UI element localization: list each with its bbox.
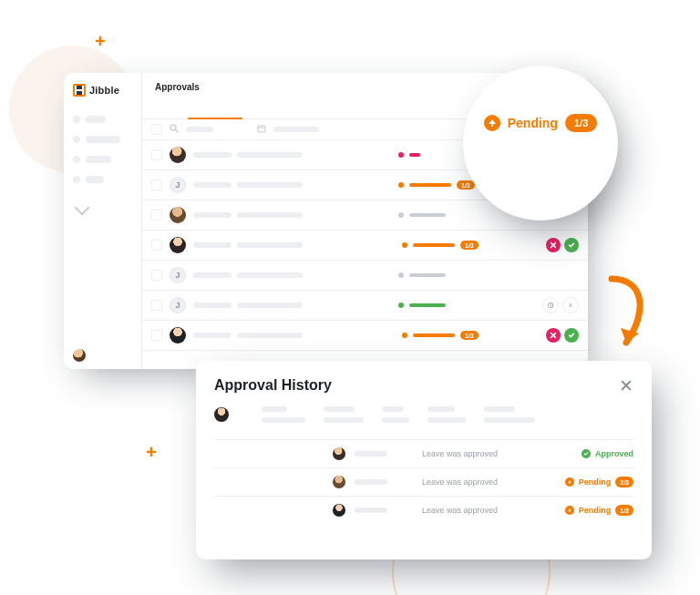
calendar-icon[interactable] <box>257 124 266 135</box>
plus-decor: + <box>95 31 106 52</box>
sidebar-item[interactable] <box>73 169 132 190</box>
history-status: Approved <box>582 449 633 458</box>
approval-row[interactable]: 1/3 <box>142 231 588 261</box>
row-status <box>398 303 535 308</box>
reject-button[interactable] <box>546 328 561 343</box>
row-text-placeholder <box>193 212 391 218</box>
select-all-checkbox[interactable] <box>151 124 162 135</box>
plus-decor: + <box>146 442 157 463</box>
status-count-badge: 1/3 <box>457 180 475 190</box>
approval-row[interactable]: 1/3 <box>142 321 588 351</box>
approval-row[interactable]: J <box>142 261 588 291</box>
status-count-badge: 1/3 <box>615 505 633 516</box>
search-icon[interactable] <box>170 124 179 135</box>
sidebar-item[interactable] <box>73 149 132 169</box>
history-button[interactable] <box>542 297 559 313</box>
row-checkbox[interactable] <box>151 149 162 160</box>
approval-history-modal: Approval History Leave was approvedAppro… <box>196 361 652 559</box>
date-placeholder <box>273 127 319 132</box>
row-text-placeholder <box>193 152 391 158</box>
status-count-badge: 1/3 <box>460 331 479 340</box>
name-placeholder <box>355 451 387 457</box>
row-text-placeholder <box>193 242 395 248</box>
row-checkbox[interactable] <box>151 240 162 251</box>
history-message: Leave was approved <box>422 477 513 487</box>
row-text-placeholder <box>193 272 391 278</box>
svg-rect-2 <box>258 126 265 132</box>
filter-placeholder <box>186 127 213 132</box>
row-checkbox[interactable] <box>151 300 162 311</box>
arrow-up-icon <box>484 115 500 131</box>
history-status: Pending1/3 <box>565 505 633 516</box>
history-row: Leave was approvedPending2/3 <box>214 467 633 496</box>
history-message: Leave was approved <box>422 449 513 458</box>
avatar <box>170 237 186 253</box>
pending-count-badge: 1/3 <box>565 114 597 132</box>
history-message: Leave was approved <box>422 506 513 515</box>
brand-logo-icon <box>73 84 86 97</box>
status-count-badge: 1/3 <box>460 241 479 250</box>
avatar: J <box>170 297 186 313</box>
row-status: 1/3 <box>402 331 539 340</box>
pending-label: Pending <box>508 116 558 130</box>
row-status: 1/3 <box>402 241 539 250</box>
approve-button[interactable] <box>564 328 579 343</box>
arrow-up-icon <box>565 477 574 487</box>
status-label: Approved <box>595 449 633 458</box>
pending-callout: Pending 1/3 <box>463 66 618 221</box>
status-label: Pending <box>579 477 612 487</box>
history-list: Leave was approvedApprovedLeave was appr… <box>214 439 633 550</box>
row-checkbox[interactable] <box>151 330 162 341</box>
row-text-placeholder <box>193 333 395 338</box>
avatar <box>170 327 186 344</box>
modal-title: Approval History <box>214 377 332 394</box>
name-placeholder <box>355 479 387 485</box>
row-checkbox[interactable] <box>151 270 162 281</box>
arrow-up-icon <box>565 506 574 515</box>
approve-button[interactable] <box>564 238 579 252</box>
current-user-avatar[interactable] <box>73 349 86 362</box>
close-icon[interactable] <box>619 378 633 393</box>
avatar: J <box>170 177 186 193</box>
row-checkbox[interactable] <box>151 210 162 221</box>
brand[interactable]: Jibble <box>73 84 132 97</box>
sidebar-item[interactable] <box>73 109 132 129</box>
avatar: J <box>170 267 186 283</box>
row-status <box>398 272 535 278</box>
sidebar-item[interactable] <box>73 129 132 149</box>
brand-name: Jibble <box>89 85 119 96</box>
avatar <box>333 504 345 517</box>
avatar <box>333 476 345 488</box>
reject-button[interactable] <box>546 238 561 252</box>
curve-arrow-decor <box>606 275 650 346</box>
status-count-badge: 2/3 <box>615 477 633 487</box>
check-icon <box>582 449 591 458</box>
row-text-placeholder <box>193 303 391 308</box>
status-label: Pending <box>579 506 612 515</box>
row-text-placeholder <box>193 182 391 188</box>
svg-line-1 <box>175 129 178 132</box>
avatar <box>333 447 345 460</box>
name-placeholder <box>355 508 387 513</box>
history-row: Leave was approvedApproved <box>214 439 633 467</box>
history-status: Pending2/3 <box>565 477 633 487</box>
row-checkbox[interactable] <box>151 180 162 190</box>
avatar <box>214 407 229 422</box>
sidebar: Jibble <box>64 73 142 369</box>
approval-row[interactable]: J <box>142 291 588 321</box>
more-button[interactable] <box>562 297 579 313</box>
history-row: Leave was approvedPending1/3 <box>214 496 633 524</box>
active-tab-indicator <box>188 118 242 119</box>
avatar <box>170 147 186 163</box>
avatar <box>170 207 186 223</box>
